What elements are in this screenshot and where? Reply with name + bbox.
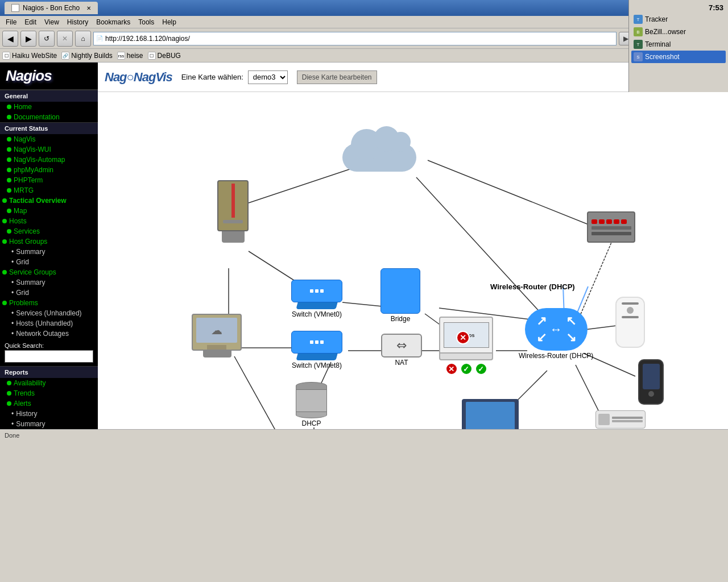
desktop-shape: ☁ [192,314,243,357]
laptop-element[interactable] [462,399,522,429]
dot-services [7,229,11,234]
menu-view[interactable]: View [41,17,63,27]
nagios-status-icons: ✕ ✓ ✓ [445,363,487,375]
sidebar-item-problems[interactable]: Problems [0,298,98,308]
server-tower-element[interactable] [217,180,249,243]
sidebar-item-hg-grid[interactable]: Grid [0,257,98,267]
menu-tools[interactable]: Tools [135,17,158,27]
bookmark-debug[interactable]: ☐ DeBUG [148,52,181,60]
sidebar-item-alerts-history[interactable]: History [0,409,98,419]
forward-button[interactable]: ▶ [20,31,36,47]
dot-tactical [2,198,7,203]
dhcp-label: DHCP [301,419,321,427]
sidebar-item-services[interactable]: Services [0,226,98,236]
status-ok-icon-1: ✓ [460,363,473,375]
sidebar-item-documentation[interactable]: Documentation [0,112,98,122]
phone-element[interactable] [638,359,664,405]
sidebar: Nagios General Home Documentation Curren… [0,63,98,429]
sidebar-item-service-groups[interactable]: Service Groups [0,267,98,277]
wii-element[interactable] [615,297,645,348]
sidebar-item-home[interactable]: Home [0,102,98,112]
dot-phpmyadmin [7,168,11,172]
sidebar-item-alerts[interactable]: Alerts [0,398,98,409]
nagios-logo: Nagios [0,63,98,90]
sidebar-item-services-unhandled[interactable]: Services (Unhandled) [0,308,98,318]
sidebar-item-alerts-summary[interactable]: Summary [0,419,98,429]
menu-edit[interactable]: Edit [21,17,40,27]
cloud-element[interactable] [342,126,416,172]
nat-shape: ⇔ [381,334,422,357]
dot-phpterm [7,178,11,182]
status-ok-icon-2: ✓ [475,363,487,375]
switch-vmnet8-shape [291,331,342,360]
bookmarks-bar: ☐ Haiku WebSite 🔗 Nightly Builds rss hei… [0,49,728,63]
quick-search: Quick Search: [0,339,98,366]
dot-mrtg [7,188,11,193]
switch-vmnet0-label: Switch (VMnet0) [292,310,342,318]
app-tracker[interactable]: T Tracker [631,13,726,26]
dot-problems [2,301,7,305]
quick-search-input[interactable] [5,350,93,363]
menu-bookmarks[interactable]: Bookmarks [93,17,134,27]
menu-help[interactable]: Help [159,17,180,27]
url-input[interactable] [105,35,614,43]
stop-button[interactable]: ✕ [57,31,73,47]
sidebar-item-availability[interactable]: Availability [0,378,98,388]
sidebar-item-host-groups[interactable]: Host Groups [0,236,98,247]
status-text: Done [5,432,19,439]
rack-server-element[interactable] [587,211,635,243]
bookmark-haiku[interactable]: ☐ Haiku WebSite [2,52,57,60]
sidebar-item-phpmyadmin[interactable]: phpMyAdmin [0,165,98,175]
bookmark-nightly-icon: 🔗 [61,52,69,60]
sidebar-item-nagvis-automap[interactable]: NagVis-Automap [0,155,98,165]
switch-vmnet0-shape [291,280,342,309]
menu-history[interactable]: History [64,17,92,27]
menu-file[interactable]: File [2,17,20,27]
browser-tab[interactable]: Nagios - Bon Echo ✕ [5,2,98,14]
map-select[interactable]: demo3 demo1 demo2 [248,70,288,84]
sidebar-item-sg-summary[interactable]: Summary [0,277,98,288]
desktop-element[interactable]: ☁ [192,314,243,357]
app-bezillowser[interactable]: B BeZill...owser [631,26,726,38]
bookmark-heise[interactable]: rss heise [117,52,143,60]
wireless-router-element[interactable]: ↔ ↗ ↖ ↙ ↘ Wireless-Router (DHCP) [519,308,593,360]
sidebar-item-mrtg[interactable]: MRTG [0,185,98,196]
sidebar-item-nagvis-wui[interactable]: NagVis-WUI [0,144,98,155]
dhcp-element[interactable]: DHCP [296,382,327,427]
sidebar-item-tactical[interactable]: Tactical Overview [0,196,98,206]
reload-button[interactable]: ↺ [39,31,55,47]
dot-host-groups [2,239,7,244]
sidebar-item-nagvis[interactable]: NagVis [0,134,98,144]
sidebar-item-network-outages[interactable]: Network Outages [0,329,98,339]
dot-alerts [7,401,11,406]
tab-title: Nagios - Bon Echo [23,4,80,12]
sidebar-item-hosts[interactable]: Hosts [0,216,98,226]
nat-element[interactable]: ⇔ NAT [381,334,422,367]
nagios-computer-element[interactable]: Nagios ✕ ✕ ✓ ✓ [439,317,493,375]
sidebar-item-phpterm[interactable]: PHPTerm [0,175,98,185]
dot-map [7,209,11,213]
nas-element[interactable] [595,410,646,429]
dot-nagvis-wui [7,147,11,152]
switch-vmnet8-label: Switch (VMnet8) [292,361,342,369]
sidebar-item-sg-grid[interactable]: Grid [0,288,98,298]
sidebar-current-status-header: Current Status [0,122,98,134]
sidebar-item-trends[interactable]: Trends [0,388,98,398]
address-bar[interactable]: 📄 [93,32,617,45]
sidebar-item-map[interactable]: Map [0,206,98,216]
sidebar-item-hg-summary[interactable]: Summary [0,247,98,257]
app-screenshot[interactable]: S Screenshot [631,51,726,63]
sidebar-item-hosts-unhandled[interactable]: Hosts (Unhandled) [0,318,98,329]
tab-close-icon[interactable]: ✕ [86,5,91,11]
dhcp-shape [296,382,327,418]
rack-server-shape [587,211,635,243]
dot-nagvis [7,137,11,142]
bridge-element[interactable]: Bridge [380,268,420,323]
app-terminal[interactable]: T Terminal [631,38,726,51]
switch-vmnet8-element[interactable]: Switch (VMnet8) [291,331,342,369]
bookmark-nightly[interactable]: 🔗 Nightly Builds [61,52,113,60]
edit-map-button[interactable]: Diese Karte bearbeiten [297,70,377,84]
home-button[interactable]: ⌂ [75,31,91,47]
switch-vmnet0-element[interactable]: Switch (VMnet0) [291,280,342,318]
back-button[interactable]: ◀ [2,31,18,47]
